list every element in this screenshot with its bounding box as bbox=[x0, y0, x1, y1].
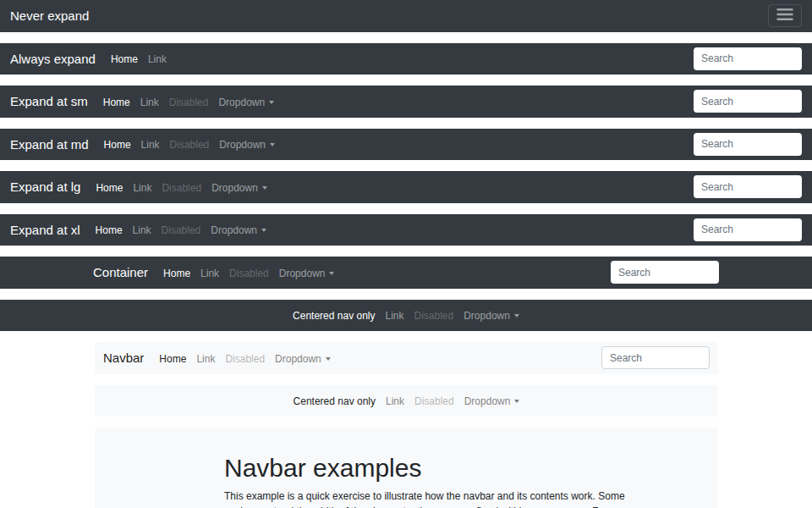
caret-down-icon bbox=[270, 143, 275, 146]
navbar-toggler-button[interactable] bbox=[768, 4, 802, 27]
navbar-nav: Home Link Disabled Dropdown bbox=[91, 222, 272, 237]
nav-link-home[interactable]: Home bbox=[91, 182, 128, 194]
navbar-brand[interactable]: Expand at md bbox=[10, 137, 89, 152]
nav-link-dropdown[interactable]: Dropdown bbox=[214, 139, 280, 151]
navbar-brand[interactable]: Never expand bbox=[10, 8, 89, 23]
navbar-brand[interactable]: Navbar bbox=[103, 351, 144, 365]
search-input[interactable] bbox=[611, 261, 719, 284]
nav-link-home[interactable]: Home bbox=[98, 97, 135, 108]
nav-link-centered-nav-only[interactable]: Centered nav only bbox=[288, 395, 381, 407]
navbar-nav: Home Link Disabled Dropdown bbox=[91, 179, 272, 195]
caret-down-icon bbox=[261, 229, 266, 232]
navbar-centered-dark: Centered nav only Link Disabled Dropdown bbox=[0, 300, 812, 332]
navbar-nav: Centered nav only Link Disabled Dropdown bbox=[288, 393, 525, 408]
jumbotron: Navbar examples This example is a quick … bbox=[95, 428, 718, 508]
nav-link-home[interactable]: Home bbox=[158, 268, 195, 279]
search-input[interactable] bbox=[694, 133, 802, 156]
search-input[interactable] bbox=[694, 218, 802, 241]
intro-paragraph-line-2: navbars extend the width of the viewport… bbox=[224, 504, 596, 508]
navbar-nav: Home Link Disabled Dropdown bbox=[99, 136, 280, 152]
search-form bbox=[611, 261, 719, 284]
nav-link-link[interactable]: Link bbox=[128, 224, 156, 236]
navbar-light: Navbar Home Link Disabled Dropdown bbox=[95, 342, 718, 374]
navbar-expand-lg: Expand at lg Home Link Disabled Dropdown bbox=[0, 171, 812, 203]
caret-down-icon bbox=[329, 272, 334, 275]
nav-link-disabled: Disabled bbox=[220, 353, 270, 365]
navbar-brand[interactable]: Expand at sm bbox=[10, 94, 88, 108]
search-form bbox=[694, 133, 802, 156]
nav-link-link[interactable]: Link bbox=[191, 353, 220, 365]
nav-link-disabled: Disabled bbox=[156, 224, 206, 236]
nav-link-link[interactable]: Link bbox=[135, 97, 164, 108]
search-input[interactable] bbox=[601, 346, 710, 369]
nav-link-disabled: Disabled bbox=[164, 97, 214, 108]
search-form bbox=[694, 175, 802, 198]
search-input[interactable] bbox=[694, 90, 802, 113]
navbar-expand-md: Expand at md Home Link Disabled Dropdown bbox=[0, 129, 812, 161]
nav-link-home[interactable]: Home bbox=[91, 224, 128, 236]
nav-link-disabled: Disabled bbox=[409, 395, 459, 407]
navbar-never-expand: Never expand bbox=[0, 0, 812, 32]
nav-link-dropdown[interactable]: Dropdown bbox=[458, 310, 524, 322]
nav-link-link[interactable]: Link bbox=[128, 182, 156, 194]
navbar-nav: Centered nav only Link Disabled Dropdown bbox=[288, 307, 524, 323]
navbar-container-inner: Container Home Link Disabled Dropdown bbox=[93, 257, 719, 289]
nav-link-dropdown[interactable]: Dropdown bbox=[274, 268, 340, 279]
search-input[interactable] bbox=[694, 47, 802, 70]
navbar-brand[interactable]: Expand at lg bbox=[10, 179, 80, 194]
search-form bbox=[694, 90, 802, 113]
nav-link-link[interactable]: Link bbox=[136, 139, 165, 151]
nav-link-link[interactable]: Link bbox=[195, 268, 224, 279]
search-form bbox=[694, 218, 802, 241]
nav-link-dropdown[interactable]: Dropdown bbox=[213, 97, 279, 108]
nav-link-link[interactable]: Link bbox=[381, 395, 409, 407]
caret-down-icon bbox=[514, 314, 519, 318]
container: Navbar Home Link Disabled Dropdown Cente… bbox=[95, 342, 718, 417]
caret-down-icon bbox=[514, 400, 519, 403]
navbar-container: Container Home Link Disabled Dropdown bbox=[0, 257, 812, 289]
nav-link-link[interactable]: Link bbox=[143, 53, 172, 65]
nav-link-dropdown[interactable]: Dropdown bbox=[270, 353, 336, 365]
main-content: Navbar examples This example is a quick … bbox=[0, 428, 812, 508]
navbar-nav: Home Link Disabled Dropdown bbox=[154, 351, 335, 366]
nav-link-dropdown[interactable]: Dropdown bbox=[459, 395, 525, 407]
navbar-nav: Home Link Disabled Dropdown bbox=[98, 94, 279, 109]
navbar-brand[interactable]: Container bbox=[93, 265, 148, 279]
jumbotron-inner: Navbar examples This example is a quick … bbox=[224, 428, 596, 508]
nav-link-dropdown[interactable]: Dropdown bbox=[206, 182, 272, 194]
nav-link-link[interactable]: Link bbox=[380, 310, 409, 322]
navbar-always-expand: Always expand Home Link bbox=[0, 43, 812, 75]
page-title: Navbar examples bbox=[224, 453, 596, 483]
navbar-centered-inner: Centered nav only Link Disabled Dropdown bbox=[0, 300, 812, 332]
navbar-centered-light: Centered nav only Link Disabled Dropdown bbox=[95, 385, 718, 417]
navbar-brand[interactable]: Expand at xl bbox=[10, 223, 80, 237]
nav-link-dropdown[interactable]: Dropdown bbox=[206, 224, 272, 236]
search-input[interactable] bbox=[694, 175, 802, 198]
nav-link-home[interactable]: Home bbox=[99, 139, 136, 151]
navbar-expand-sm: Expand at sm Home Link Disabled Dropdown bbox=[0, 86, 812, 118]
nav-link-disabled: Disabled bbox=[165, 139, 215, 151]
nav-link-disabled: Disabled bbox=[224, 268, 274, 279]
nav-link-home[interactable]: Home bbox=[154, 353, 191, 365]
nav-link-centered-nav-only[interactable]: Centered nav only bbox=[288, 310, 380, 322]
search-form bbox=[601, 346, 710, 369]
navbar-brand[interactable]: Always expand bbox=[10, 52, 96, 66]
navbar-nav: Home Link Disabled Dropdown bbox=[158, 265, 339, 280]
caret-down-icon bbox=[262, 186, 267, 190]
caret-down-icon bbox=[326, 357, 331, 361]
intro-paragraph-line-1: This example is a quick exercise to illu… bbox=[224, 489, 596, 504]
hamburger-icon bbox=[776, 8, 793, 24]
navbar-nav: Home Link bbox=[106, 51, 172, 66]
nav-link-disabled: Disabled bbox=[409, 310, 459, 322]
navbar-expand-xl: Expand at xl Home Link Disabled Dropdown bbox=[0, 214, 812, 246]
nav-link-disabled: Disabled bbox=[156, 182, 206, 194]
caret-down-icon bbox=[269, 101, 274, 104]
search-form bbox=[694, 47, 802, 70]
nav-link-home[interactable]: Home bbox=[106, 53, 143, 65]
navbar-centered-inner: Centered nav only Link Disabled Dropdown bbox=[103, 385, 710, 417]
